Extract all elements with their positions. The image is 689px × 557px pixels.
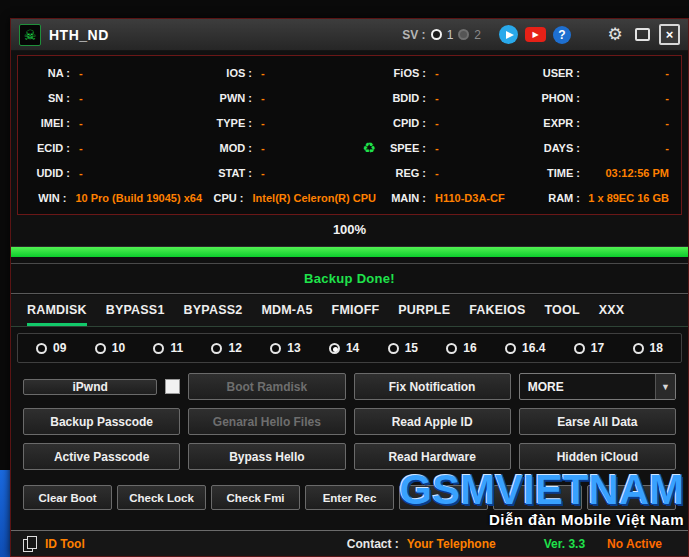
footer-contact-value: Your Telephone: [407, 537, 496, 551]
check-lock-button[interactable]: Check Lock: [117, 485, 206, 510]
server-2-radio[interactable]: [458, 29, 469, 40]
tab-purple[interactable]: PURPLE: [398, 295, 450, 326]
server-label: SV :: [402, 28, 425, 42]
tab-mdm-a5[interactable]: MDM-A5: [261, 295, 312, 326]
progress-bar: [11, 246, 688, 257]
more-select[interactable]: MORE ▼: [519, 373, 676, 400]
info-field-cpu: CPU :Intel(R) Celeron(R) CPU: [208, 185, 376, 210]
refresh-icon[interactable]: ♻: [363, 139, 376, 157]
telegram-icon[interactable]: [499, 25, 518, 44]
ios-version-12[interactable]: 12: [211, 341, 241, 355]
desktop-taskbar-sliver: [0, 470, 10, 557]
copy-icon: [23, 536, 37, 552]
info-field-stat: STAT :-: [208, 160, 376, 185]
progress-percent-label: 100%: [11, 217, 688, 243]
titlebar: ☠ HTH_ND SV : 1 2 ▶ ? ⚙ ×: [11, 19, 688, 51]
info-field-user: USER :-: [536, 60, 669, 85]
window-frame-icon[interactable]: [632, 25, 652, 45]
info-field-udid: UDID :-: [26, 160, 202, 185]
info-field-ios: IOS :-: [208, 60, 376, 85]
youtube-icon[interactable]: ▶: [525, 27, 546, 42]
progress-fill: [11, 247, 688, 257]
info-field-sn: SN :-: [26, 85, 202, 110]
info-field-phon: PHON :-: [536, 85, 669, 110]
paper-plane-icon: [506, 31, 514, 39]
info-field-type: TYPE :-: [208, 110, 376, 135]
info-field-time: TIME :03:12:56 PM: [536, 160, 669, 185]
settings-gear-icon[interactable]: ⚙: [605, 25, 625, 45]
ios-version-14[interactable]: 14: [329, 341, 359, 355]
tab-ramdisk[interactable]: RAMDISK: [27, 295, 87, 326]
info-field-pwn: PWN :-: [208, 85, 376, 110]
active-passcode-button[interactable]: Active Passcode: [23, 443, 180, 470]
action-button-grid: iPwnd Boot Ramdisk Fix Notification MORE…: [23, 373, 676, 470]
footer-bar: ID Tool Contact : Your Telephone Ver. 3.…: [11, 530, 688, 556]
device-info-panel: NA :- IOS :- FiOS :- USER :- SN :- PWN :…: [17, 55, 682, 215]
ios-version-10[interactable]: 10: [95, 341, 125, 355]
help-icon[interactable]: ?: [553, 26, 571, 44]
info-field-bdid: BDID :-: [382, 85, 530, 110]
tab-bypass1[interactable]: BYPASS1: [106, 295, 165, 326]
info-field-ram: RAM :1 x 89EC 16 GB: [536, 185, 669, 210]
tab-tool[interactable]: TOOL: [545, 295, 580, 326]
info-field-win: WIN :10 Pro (Build 19045) x64: [26, 185, 202, 210]
ios-version-11[interactable]: 11: [153, 341, 183, 355]
boot-ramdisk-button[interactable]: Boot Ramdisk: [188, 373, 345, 400]
footer-contact-label: Contact :: [347, 537, 399, 551]
chevron-down-icon: ▼: [655, 374, 675, 399]
enter-rec-button[interactable]: Enter Rec: [305, 485, 394, 510]
tab-bypass2[interactable]: BYPASS2: [184, 295, 243, 326]
clear-boot-button[interactable]: Clear Boot: [23, 485, 112, 510]
ipwnd-cell: iPwnd: [23, 373, 180, 400]
ios-version-16-4[interactable]: 16.4: [505, 341, 545, 355]
erase-all-data-button[interactable]: Earse All Data: [519, 408, 676, 435]
windows-logo-icon[interactable]: [578, 25, 598, 45]
tab-xxx[interactable]: XXX: [599, 295, 625, 326]
ipwnd-button[interactable]: iPwnd: [23, 379, 157, 395]
info-field-reg: REG :-: [382, 160, 530, 185]
backup-passcode-button[interactable]: Backup Passcode: [23, 408, 180, 435]
status-strip: Backup Done!: [11, 263, 688, 294]
fix-notification-button[interactable]: Fix Notification: [354, 373, 511, 400]
info-field-expr: EXPR :-: [536, 110, 669, 135]
desktop-background: ☠ HTH_ND SV : 1 2 ▶ ? ⚙ × NA :- IOS :: [0, 0, 689, 557]
tab-fakeios[interactable]: FAKEIOS: [469, 295, 525, 326]
ios-version-17[interactable]: 17: [574, 341, 604, 355]
info-field-imei: IMEI :-: [26, 110, 202, 135]
status-message: Backup Done!: [304, 271, 395, 286]
read-hardware-button[interactable]: Read Hardware: [354, 443, 511, 470]
info-field-cpid: CPID :-: [382, 110, 530, 135]
server-2-label: 2: [474, 28, 481, 42]
app-window: ☠ HTH_ND SV : 1 2 ▶ ? ⚙ × NA :- IOS :: [10, 18, 689, 557]
server-1-label: 1: [447, 28, 454, 42]
server-select-group: SV : 1 2: [402, 28, 481, 42]
ios-version-13[interactable]: 13: [270, 341, 300, 355]
server-1-radio[interactable]: [431, 29, 442, 40]
info-field-ecid: ECID :-: [26, 135, 202, 160]
info-field-mod: MOD :-♻: [208, 135, 376, 160]
info-field-main: MAIN :H110-D3A-CF: [382, 185, 530, 210]
info-field-na: NA :-: [26, 60, 202, 85]
ios-version-16[interactable]: 16: [446, 341, 476, 355]
window-title: HTH_ND: [49, 27, 109, 43]
close-icon[interactable]: ×: [659, 24, 680, 45]
hidden-icloud-button[interactable]: Hidden iCloud: [519, 443, 676, 470]
tab-bar: RAMDISK BYPASS1 BYPASS2 MDM-A5 FMIOFF PU…: [11, 295, 688, 327]
tab-fmioff[interactable]: FMIOFF: [332, 295, 380, 326]
info-field-spee: SPEE :-: [382, 135, 530, 160]
bottom-button-row: Clear Boot Check Lock Check Fmi Enter Re…: [23, 485, 676, 510]
footer-version: Ver. 3.3: [544, 537, 585, 551]
ios-version-18[interactable]: 18: [633, 341, 663, 355]
ios-version-09[interactable]: 09: [36, 341, 66, 355]
ios-version-15[interactable]: 15: [388, 341, 418, 355]
bottom-button-obscured-3[interactable]: [587, 485, 676, 510]
bypass-hello-button[interactable]: Bypass Hello: [188, 443, 345, 470]
bottom-button-obscured-1[interactable]: [399, 485, 488, 510]
read-apple-id-button[interactable]: Read Apple ID: [354, 408, 511, 435]
titlebar-icons: ▶ ? ⚙ ×: [499, 24, 680, 45]
bottom-button-obscured-2[interactable]: [493, 485, 582, 510]
ipwnd-checkbox[interactable]: [165, 379, 180, 394]
check-fmi-button[interactable]: Check Fmi: [211, 485, 300, 510]
watermark-subtitle: Diễn đàn Mobile Việt Nam: [399, 511, 684, 528]
general-hello-files-button[interactable]: Genaral Hello Files: [188, 408, 345, 435]
